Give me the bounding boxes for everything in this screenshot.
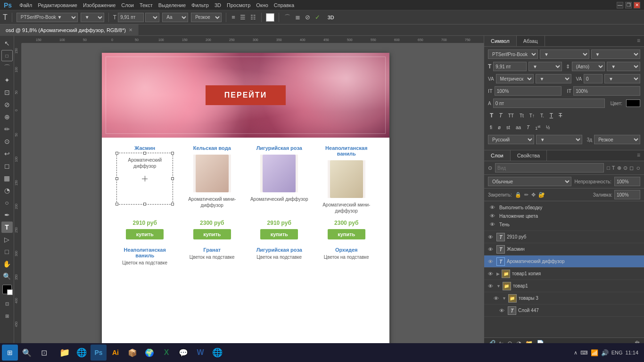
superscript-T-icon[interactable]: T↑ [528, 112, 537, 120]
tab-layers[interactable]: Слои [484, 150, 511, 161]
sym-scale-h-input[interactable] [495, 86, 561, 96]
layer-eye-6[interactable]: 👁 [499, 308, 506, 313]
layer-eye-4[interactable]: 👁 [488, 283, 495, 289]
layer-expand-3[interactable]: ▶ [496, 272, 500, 276]
zoom-tool[interactable]: 🔍 [1, 271, 13, 282]
sym-tracking-input[interactable] [584, 74, 603, 83]
font-size-input[interactable] [118, 13, 144, 22]
menu-window[interactable]: Окно [256, 2, 268, 8]
layers-search-input[interactable] [495, 163, 604, 173]
filter-toggle[interactable]: ○ [636, 164, 640, 172]
color-swatch[interactable] [266, 13, 274, 22]
menu-help[interactable]: Справка [274, 2, 294, 8]
taskbar-winrar[interactable]: 📦 [124, 345, 140, 361]
eraser-tool[interactable]: ◻ [1, 160, 13, 172]
history-brush-tool[interactable]: ↩ [1, 148, 13, 159]
font-family-selector[interactable]: PTSerifPro-Book ▼ [17, 13, 78, 22]
swash-icon[interactable]: aa [514, 123, 523, 132]
filter-icon-1[interactable]: □ [607, 165, 610, 171]
layer-item-2[interactable]: 👁 T Ароматический диффузор [484, 255, 644, 268]
layer-item-5[interactable]: 👁 ▼ 📁 товары 3 [484, 292, 644, 304]
sym-leading-select[interactable]: (Авто) [572, 62, 605, 71]
effect-shadow[interactable]: 👁 Тень [488, 220, 640, 229]
layer-eye-3[interactable]: 👁 [488, 271, 495, 277]
fraction-icon[interactable]: ½ [544, 123, 552, 132]
align-right-icon[interactable]: ☷ [249, 13, 257, 22]
gradient-tool[interactable]: ▦ [1, 173, 13, 184]
layer-item-6[interactable]: 👁 T Слой 447 [484, 304, 644, 317]
sharpness-select[interactable]: Резкое [191, 13, 222, 22]
lock-all-icon[interactable]: 🔐 [538, 192, 545, 198]
font-family-select[interactable]: PTSerifPro-Book ▼ [17, 13, 78, 22]
layer-expand-4[interactable]: ▼ [496, 284, 501, 288]
hand-tool[interactable]: ✋ [1, 258, 13, 270]
lock-pixel-icon[interactable]: ✏ [524, 192, 528, 198]
effect-eye-1[interactable]: 👁 [490, 213, 496, 219]
ligature-icon[interactable]: fi [488, 123, 494, 132]
layer-eye-5[interactable]: 👁 [494, 296, 500, 301]
menu-image[interactable]: Изображение [83, 2, 116, 8]
task-view-button[interactable]: ⊡ [36, 345, 52, 361]
allcaps-T-icon[interactable]: TT [506, 112, 516, 120]
menu-filter[interactable]: Фильтр [191, 2, 209, 8]
cancel-icon[interactable]: ⊘ [304, 13, 311, 22]
panel-collapse-icon[interactable]: ≡ [633, 36, 644, 46]
effect-eye-2[interactable]: 👁 [490, 222, 496, 227]
taskbar-word[interactable]: W [192, 345, 208, 361]
italic-T-icon[interactable]: T [497, 111, 504, 120]
sym-size-input[interactable] [493, 62, 527, 71]
layer-item-4[interactable]: 👁 ▼ 📁 товар1 [484, 280, 644, 292]
sym-sharpness-select[interactable]: Резкое [594, 135, 640, 144]
sym-baseline-input[interactable] [493, 99, 605, 108]
align-center-icon[interactable]: ☰ [239, 13, 247, 22]
confirm-icon[interactable]: ✓ [314, 13, 321, 22]
tab-symbol[interactable]: Символ [484, 36, 517, 46]
filter-icon-5[interactable]: ◻ [629, 165, 634, 171]
sym-font-select[interactable]: PTSerifPro-Book [488, 49, 538, 59]
fill-input[interactable] [614, 190, 640, 199]
tab-properties[interactable]: Свойства [511, 150, 547, 161]
eyedropper-tool[interactable]: ⊘ [1, 99, 13, 110]
maximize-button[interactable]: ❐ [625, 2, 632, 8]
layer-eye-2[interactable]: 👁 [488, 259, 495, 264]
taskbar-chrome2[interactable]: 🌐 [209, 345, 225, 361]
lock-position-icon[interactable]: 🔒 [515, 192, 521, 198]
align-left-icon[interactable]: ≡ [231, 13, 236, 22]
layer-item-1[interactable]: 👁 T Жасмин [484, 243, 644, 255]
menu-select[interactable]: Выделение [158, 2, 186, 8]
tab-close-button[interactable]: ✕ [129, 27, 132, 33]
buy-button-0[interactable]: купить [126, 229, 164, 239]
sym-leading-arrow[interactable]: ▼ [607, 62, 640, 71]
filter-icon-3[interactable]: ⊕ [617, 165, 621, 171]
layer-item-3[interactable]: 👁 ▶ 📁 товар1 копия [484, 268, 644, 280]
brush-tool[interactable]: ✏ [1, 123, 13, 135]
font-unit-select[interactable]: ▼ [145, 13, 159, 22]
taskbar-photoshop[interactable]: Ps [91, 345, 107, 361]
menu-edit[interactable]: Редактирование [38, 2, 77, 8]
effect-eye-0[interactable]: 👁 [490, 205, 496, 210]
buy-button-1[interactable]: купить [193, 229, 231, 239]
font-style-select[interactable]: ▼ [81, 13, 104, 22]
taskbar-excel[interactable]: X [158, 345, 174, 361]
screen-mode-tool[interactable]: ⊞ [1, 310, 13, 321]
effect-color-overlay[interactable]: 👁 Наложение цвета [488, 212, 640, 220]
regular-T-icon[interactable]: T [488, 111, 495, 120]
hero-button[interactable]: ПЕРЕЙТИ [206, 85, 286, 105]
strikethrough-T-icon[interactable]: T [557, 111, 564, 120]
color-swatch-symbol[interactable] [626, 99, 640, 107]
layer-expand-5[interactable]: ▼ [502, 296, 506, 301]
underline-T-icon[interactable]: T [548, 111, 555, 120]
sym-size-select[interactable]: ▼ [528, 62, 562, 71]
layers-panel-collapse-icon[interactable]: ≡ [633, 150, 644, 161]
tab-paragraph[interactable]: Абзац [517, 36, 545, 46]
taskbar-folder[interactable]: 📁 [57, 345, 73, 361]
layer-item-0[interactable]: 👁 T 2910 руб [484, 231, 644, 243]
taskbar-skype[interactable]: 💬 [175, 345, 191, 361]
superscript2-icon[interactable]: 1st [533, 123, 542, 132]
close-button[interactable]: ✕ [634, 2, 640, 8]
warp-text-icon[interactable]: ⌒ [283, 12, 291, 23]
opacity-input[interactable] [614, 177, 640, 186]
taskbar-illustrator[interactable]: Ai [107, 345, 124, 361]
ordinal-icon[interactable]: st [504, 123, 512, 132]
document-tab[interactable]: оsd @ 91,8% (Ароматический диффузор, RGB… [0, 25, 139, 36]
